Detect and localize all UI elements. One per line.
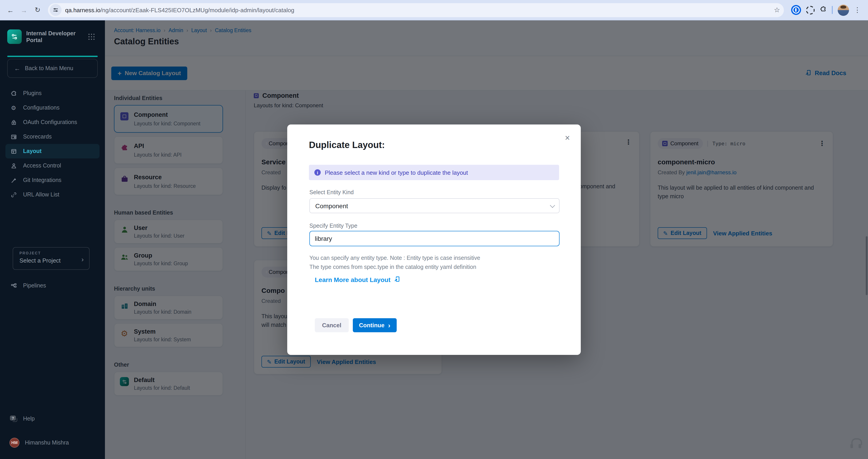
chevron-right-icon: › <box>82 255 84 263</box>
helper-text-line1: You can specify any entity type. Note : … <box>309 255 480 261</box>
sidebar-item-label: Help <box>23 415 35 422</box>
module-grid-icon[interactable] <box>88 33 95 40</box>
project-label: PROJECT <box>20 251 85 255</box>
user-avatar: HM <box>9 438 20 448</box>
user-name: Himanshu Mishra <box>25 439 69 446</box>
user-menu[interactable]: HM Himanshu Mishra <box>5 435 99 450</box>
sidebar-item-label: URL Allow List <box>23 192 59 198</box>
left-arrow-icon: ← <box>14 65 20 72</box>
idp-logo-icon <box>7 29 22 44</box>
sidebar-item-label: Scorecards <box>23 134 52 140</box>
link-icon <box>9 191 18 198</box>
sidebar-item-label: Access Control <box>23 163 61 169</box>
git-branch-icon <box>9 176 18 184</box>
sidebar: Internal Developer Portal ← Back to Main… <box>0 20 105 459</box>
sidebar-nav: Plugins ⚙ Configurations OAuth Configura… <box>0 86 105 202</box>
sidebar-item-help[interactable]: ? Help <box>5 411 99 426</box>
info-banner-text: Please select a new kind or type to dupl… <box>325 169 468 176</box>
loading-extension-icon[interactable] <box>806 6 814 14</box>
toolbar-divider <box>832 6 833 14</box>
screen: ← → ↻ qa.harness.io/ng/account/zEaak-FLS… <box>0 0 868 459</box>
entity-kind-label: Select Entity Kind <box>309 189 354 196</box>
address-bar[interactable]: qa.harness.io/ng/account/zEaak-FLS425IEO… <box>48 3 784 17</box>
scorecard-icon <box>9 133 18 140</box>
helper-text-line2: The type comes from spec.type in the cat… <box>309 264 476 270</box>
sidebar-item-label: Configurations <box>23 105 60 111</box>
project-selector[interactable]: PROJECT Select a Project › <box>13 247 90 270</box>
site-info-icon[interactable] <box>50 4 62 16</box>
entity-kind-value: Component <box>315 202 348 209</box>
pipelines-icon <box>9 282 18 289</box>
app-viewport: Internal Developer Portal ← Back to Main… <box>0 20 868 459</box>
entity-kind-select[interactable]: Component <box>309 198 560 213</box>
sidebar-item-layout[interactable]: Layout <box>5 144 99 159</box>
sidebar-item-git-integrations[interactable]: Git Integrations <box>5 173 99 188</box>
puzzle-icon <box>9 90 18 97</box>
sidebar-item-access-control[interactable]: Access Control <box>5 159 99 173</box>
sidebar-item-label: Plugins <box>23 90 41 96</box>
entity-type-input[interactable] <box>309 231 560 246</box>
sidebar-item-url-allow-list[interactable]: URL Allow List <box>5 188 99 202</box>
learn-more-label: Learn More about Layout <box>315 276 390 283</box>
browser-menu-icon[interactable]: ⋮ <box>854 6 861 14</box>
entity-type-label: Specify Entity Type <box>309 223 357 229</box>
learn-more-link[interactable]: Learn More about Layout <box>315 276 400 284</box>
browser-forward-button[interactable]: → <box>18 4 30 16</box>
chevron-down-icon <box>550 203 555 208</box>
gears-icon: ⚙ <box>9 104 18 111</box>
project-value: Select a Project <box>20 257 85 264</box>
product-title: Internal Developer Portal <box>26 30 80 44</box>
sidebar-item-label: Git Integrations <box>23 177 62 183</box>
url-host: qa.harness.io <box>65 6 100 13</box>
cancel-button[interactable]: Cancel <box>315 318 348 332</box>
sidebar-item-configurations[interactable]: ⚙ Configurations <box>5 101 99 115</box>
sidebar-item-label: Layout <box>23 148 41 154</box>
browser-reload-button[interactable]: ↻ <box>32 4 43 16</box>
help-chat-icon: ? <box>9 415 18 422</box>
browser-toolbar: ← → ↻ qa.harness.io/ng/account/zEaak-FLS… <box>0 0 868 20</box>
continue-label: Continue <box>359 322 384 328</box>
modal-title: Duplicate Layout: <box>309 140 385 150</box>
sidebar-item-scorecards[interactable]: Scorecards <box>5 130 99 144</box>
browser-extensions-area: ⋮ <box>788 4 864 16</box>
sidebar-item-label: Pipelines <box>23 283 46 289</box>
url-path: /ng/account/zEaak-FLS425IEO7OLzMUg/modul… <box>100 6 294 13</box>
modal-actions: Cancel Continue › <box>315 318 397 332</box>
info-icon: i <box>314 169 321 176</box>
sidebar-accent-divider <box>7 56 98 57</box>
sidebar-item-oauth-configurations[interactable]: OAuth Configurations <box>5 115 99 130</box>
sidebar-item-label: OAuth Configurations <box>23 119 77 125</box>
chevron-right-icon: › <box>388 321 390 329</box>
person-icon <box>9 162 18 169</box>
duplicate-layout-modal: × Duplicate Layout: i Please select a ne… <box>287 124 581 355</box>
lock-icon <box>9 119 18 126</box>
back-to-main-menu[interactable]: ← Back to Main Menu <box>7 59 98 78</box>
sidebar-item-pipelines[interactable]: Pipelines <box>5 278 99 293</box>
doc-export-icon <box>394 276 400 284</box>
layout-icon <box>9 148 18 155</box>
browser-profile-avatar[interactable] <box>838 4 849 16</box>
extensions-puzzle-icon[interactable] <box>819 5 827 15</box>
back-label: Back to Main Menu <box>25 65 73 71</box>
sidebar-item-plugins[interactable]: Plugins <box>5 86 99 101</box>
continue-button[interactable]: Continue › <box>352 318 397 332</box>
url-text[interactable]: qa.harness.io/ng/account/zEaak-FLS425IEO… <box>65 6 770 13</box>
bookmark-star-icon[interactable]: ☆ <box>774 6 780 14</box>
password-manager-extension-icon[interactable] <box>791 5 801 15</box>
close-icon[interactable]: × <box>565 134 570 142</box>
browser-back-button[interactable]: ← <box>4 4 16 16</box>
info-banner: i Please select a new kind or type to du… <box>309 165 559 180</box>
